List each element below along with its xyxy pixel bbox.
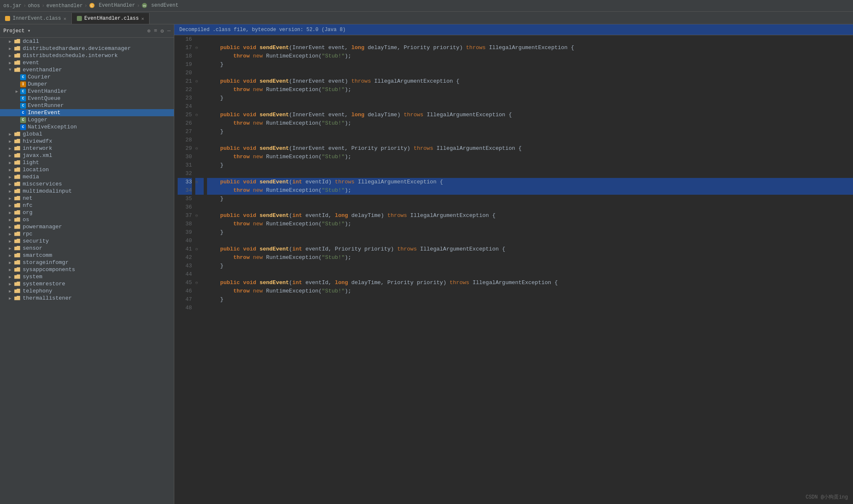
arrow-icon: ▶ bbox=[7, 203, 13, 208]
arrow-icon: ▶ bbox=[7, 210, 13, 215]
tree-item-org[interactable]: ▶ org bbox=[0, 209, 174, 216]
breadcrumb-item[interactable]: eventhandler bbox=[46, 3, 82, 9]
arrow-icon: ▶ bbox=[7, 39, 13, 44]
code-line-37: public void sendEvent(int eventId, long … bbox=[207, 212, 853, 220]
tree-label-eventqueue: EventQueue bbox=[28, 95, 60, 102]
code-line-25: public void sendEvent(InnerEvent event, … bbox=[207, 111, 853, 119]
tree-item-sensor[interactable]: ▶ sensor bbox=[0, 245, 174, 252]
tree-item-net[interactable]: ▶ net bbox=[0, 195, 174, 202]
folder-icon-miscservices bbox=[13, 181, 21, 187]
code-line-24 bbox=[207, 102, 853, 111]
tab-inner-event[interactable]: InnerEvent.class ✕ bbox=[0, 13, 72, 24]
tree-item-hiviewdfx[interactable]: ▶ hiviewdfx bbox=[0, 138, 174, 145]
tree-item-dumper[interactable]: I Dumper bbox=[0, 81, 174, 88]
settings-icon[interactable]: ⚙ bbox=[160, 28, 164, 34]
tree-item-media[interactable]: ▶ media bbox=[0, 173, 174, 180]
code-line-26: throw new RuntimeException("Stub!"); bbox=[207, 119, 853, 128]
breadcrumb-item[interactable]: os.jar bbox=[3, 3, 21, 9]
code-line-43: } bbox=[207, 262, 853, 270]
tree-label-media: media bbox=[23, 174, 39, 180]
breadcrumb-item[interactable]: ohos bbox=[28, 3, 40, 9]
sync-icon[interactable]: ⊕ bbox=[147, 28, 151, 34]
tree-item-thermallistener[interactable]: ▶ thermallistener bbox=[0, 295, 174, 302]
tree-item-sysappcomponents[interactable]: ▶ sysappcomponents bbox=[0, 266, 174, 273]
sidebar: Project ▾ ⊕ ≡ ⚙ — ▶ dcall ▶ distributedh… bbox=[0, 24, 174, 504]
tree-item-smartcomm[interactable]: ▶ smartcomm bbox=[0, 252, 174, 259]
sidebar-toolbar: ⊕ ≡ ⚙ — bbox=[147, 28, 171, 34]
code-line-29: public void sendEvent(InnerEvent event, … bbox=[207, 144, 853, 153]
tree-item-miscservices[interactable]: ▶ miscservices bbox=[0, 180, 174, 188]
tree-item-innerevent[interactable]: C InnerEvent bbox=[0, 109, 174, 116]
folder-icon-hiviewdfx bbox=[13, 138, 21, 144]
code-content[interactable]: 16 17 18 19 20 21 22 23 24 25 26 27 28 2… bbox=[174, 35, 853, 504]
tree-item-os[interactable]: ▶ os bbox=[0, 216, 174, 223]
tree-label-org: org bbox=[23, 209, 32, 216]
tab-icon-inner-event bbox=[5, 16, 10, 21]
folder-icon-rpc bbox=[13, 231, 21, 237]
collapse-icon[interactable]: ≡ bbox=[154, 28, 157, 34]
tree-item-eventhandler-class[interactable]: ▶ C EventHandler bbox=[0, 88, 174, 95]
tree-item-event[interactable]: ▶ event bbox=[0, 59, 174, 66]
tree-item-global[interactable]: ▶ global bbox=[0, 131, 174, 138]
tree-item-light[interactable]: ▶ light bbox=[0, 159, 174, 166]
folder-icon-event bbox=[13, 60, 21, 66]
tab-event-handler[interactable]: EventHandler.class ✕ bbox=[72, 13, 150, 24]
tree-item-nfc[interactable]: ▶ nfc bbox=[0, 202, 174, 209]
folder-icon-storageinfomgr bbox=[13, 260, 21, 266]
more-icon[interactable]: — bbox=[167, 28, 171, 34]
folder-icon-thermallistener bbox=[13, 295, 21, 301]
tree-label-multimodalinput: multimodalinput bbox=[23, 188, 72, 194]
tree-item-powermanager[interactable]: ▶ powermanager bbox=[0, 223, 174, 230]
tab-close-event-handler[interactable]: ✕ bbox=[141, 16, 144, 21]
tree-item-dcall[interactable]: ▶ dcall bbox=[0, 38, 174, 45]
code-line-32 bbox=[207, 170, 853, 178]
tree-item-logger[interactable]: C Logger bbox=[0, 116, 174, 123]
folder-icon-distributedschedule bbox=[13, 53, 21, 59]
arrow-icon: ▶ bbox=[7, 274, 13, 279]
tree-label-net: net bbox=[23, 195, 32, 201]
folder-icon-distributedhardware bbox=[13, 46, 21, 52]
tree-label-nfc: nfc bbox=[23, 202, 32, 209]
tree-item-nativeexception[interactable]: C NativeException bbox=[0, 123, 174, 131]
tree-label-thermallistener: thermallistener bbox=[23, 295, 72, 301]
breadcrumb-sep: › bbox=[23, 3, 26, 9]
tree-item-interwork[interactable]: ▶ interwork bbox=[0, 145, 174, 152]
folder-icon-dcall bbox=[13, 39, 21, 44]
tree-item-javax-xml[interactable]: ▶ javax.xml bbox=[0, 152, 174, 159]
tree-item-telephony[interactable]: ▶ telephony bbox=[0, 287, 174, 295]
tree-item-distributedschedule[interactable]: ▶ distributedschedule.interwork bbox=[0, 52, 174, 59]
tree-item-rpc[interactable]: ▶ rpc bbox=[0, 230, 174, 238]
tree-item-eventqueue[interactable]: C EventQueue bbox=[0, 95, 174, 102]
tree-item-eventhandler[interactable]: ▼ eventhandler bbox=[0, 66, 174, 73]
class-icon-eventrunner: C bbox=[20, 103, 26, 109]
folder-icon-location bbox=[13, 167, 21, 173]
arrow-icon: ▶ bbox=[7, 253, 13, 258]
tree-item-security[interactable]: ▶ security bbox=[0, 238, 174, 245]
code-line-38: throw new RuntimeException("Stub!"); bbox=[207, 220, 853, 228]
code-lines[interactable]: public void sendEvent(InnerEvent event, … bbox=[204, 35, 853, 504]
tree-label-sysappcomponents: sysappcomponents bbox=[23, 266, 75, 273]
tree-item-multimodalinput[interactable]: ▶ multimodalinput bbox=[0, 188, 174, 195]
tree-item-location[interactable]: ▶ location bbox=[0, 166, 174, 173]
tree-label-miscservices: miscservices bbox=[23, 181, 62, 187]
arrow-icon-eventhandler: ▼ bbox=[7, 68, 13, 72]
arrow-icon: ▶ bbox=[7, 225, 13, 230]
breadcrumb-item[interactable]: C EventHandler bbox=[89, 3, 135, 8]
code-line-36 bbox=[207, 203, 853, 212]
breadcrumb-item[interactable]: m sendEvent bbox=[142, 3, 178, 8]
tree-item-systemrestore[interactable]: ▶ systemrestore bbox=[0, 280, 174, 287]
tree-item-courier[interactable]: C Courier bbox=[0, 73, 174, 81]
code-line-23: } bbox=[207, 94, 853, 102]
tree-item-distributedhardware[interactable]: ▶ distributedhardware.devicemanager bbox=[0, 45, 174, 52]
svg-text:C: C bbox=[91, 4, 93, 8]
tree-label-security: security bbox=[23, 238, 49, 244]
tree-item-eventrunner[interactable]: C EventRunner bbox=[0, 102, 174, 109]
code-editor: Decompiled .class file, bytecode version… bbox=[174, 24, 853, 504]
code-line-46: throw new RuntimeException("Stub!"); bbox=[207, 287, 853, 295]
tree-item-system[interactable]: ▶ system bbox=[0, 273, 174, 280]
arrow-icon: ▶ bbox=[7, 139, 13, 144]
tree-item-storageinfomgr[interactable]: ▶ storageinfomgr bbox=[0, 259, 174, 266]
tab-close-inner-event[interactable]: ✕ bbox=[63, 16, 66, 21]
breadcrumb-sep: › bbox=[42, 3, 45, 9]
folder-icon-org bbox=[13, 210, 21, 216]
